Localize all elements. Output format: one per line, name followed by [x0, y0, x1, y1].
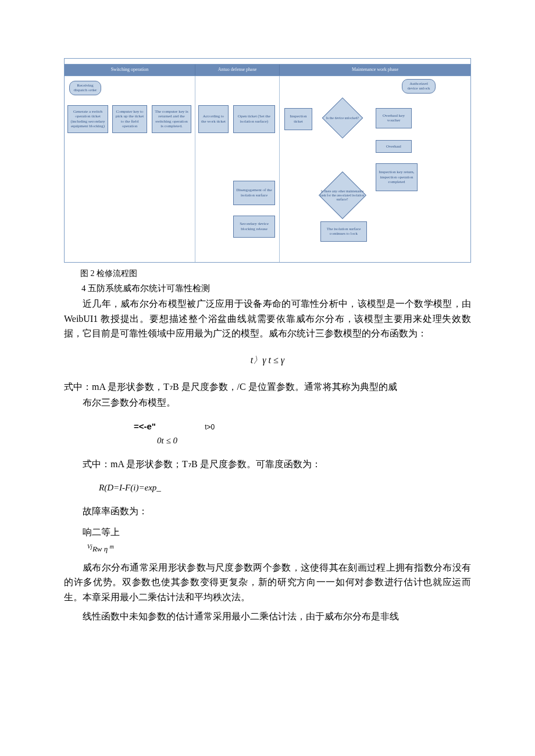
formula2-row2: 0t ≤ 0	[157, 433, 471, 447]
formula2-row1: =<-e"	[134, 421, 156, 431]
box-disengage: Disengagement of the isolation surface	[233, 181, 275, 205]
diagram-header-rows	[65, 59, 470, 65]
box-release: Secondary device blocking release	[233, 216, 275, 238]
paragraph-4: 故障率函数为：	[64, 504, 471, 519]
figure-caption: 图 2 检修流程图	[64, 267, 471, 280]
box-auth: Authorized device unlock	[402, 79, 436, 94]
box-returned: The computer key is returned and the swi…	[152, 105, 191, 133]
lane-switching: Receiving dispatch order Generate a swit…	[65, 76, 195, 262]
formula-1: t〉γ t ≤ γ	[64, 353, 471, 368]
formula-4: VjRw η m	[87, 542, 471, 556]
paragraph-2: 式中：mA 是形状参数，T₇B 是尺度参数，/C 是位置参数。通常将其称为典型的…	[64, 379, 471, 410]
box-open: Open ticket (Set the isolation surface)	[233, 105, 275, 133]
lane-antuo: According to the work ticket Open ticket…	[195, 76, 280, 262]
paragraph-6: 威布尔分布通常采用形状参数与尺度参数两个参数，这使得其在刻画过程上拥有指数分布没…	[64, 560, 471, 605]
diamond-unlocked: Is the device unlocked?	[322, 105, 363, 131]
phase-antuo: Antuo defense phase	[195, 65, 280, 76]
formula4-eta: η	[104, 544, 108, 553]
box-inspect: Inspection ticket	[284, 108, 312, 130]
formula4-m: m	[109, 543, 113, 550]
box-return: Inspection key return, inspection operat…	[376, 163, 418, 191]
formula-2: =<-e" t>0 0t ≤ 0	[134, 420, 471, 447]
box-pickup: Computer key to pick up the ticket to th…	[112, 105, 147, 133]
para2-line2: 布尔三参数分布模型。	[64, 395, 471, 410]
lane-maintenance: Authorized device unlock Inspection tick…	[280, 76, 470, 262]
box-overhaul: Overhaul	[376, 140, 412, 153]
box-receive: Receiving dispatch order	[69, 81, 101, 95]
paragraph-3: 式中：mA 是形状参数；T₇B 是尺度参数。可靠度函数为：	[64, 457, 471, 472]
paragraph-7: 线性函数中未知参数的估计通常采用最小二乘估计法，由于威布尔分布是非线	[64, 609, 471, 624]
paragraph-5: 响二等上	[64, 525, 471, 540]
diamond-anyother: Is there any other maintenance task for …	[315, 180, 370, 212]
lanes: Receiving dispatch order Generate a swit…	[65, 76, 470, 262]
box-voucher: Overhaul key voucher	[376, 108, 412, 128]
box-generate: Generate a switch operation ticket (incl…	[67, 105, 108, 133]
section-heading: 4 五防系统威布尔统计可靠性检测	[64, 281, 471, 295]
phase-switching: Switching operation	[65, 65, 195, 76]
paragraph-1: 近几年，威布尔分布模型被广泛应用于设备寿命的可靠性分析中，该模型是一个数学模型，…	[64, 296, 471, 341]
box-according: According to the work ticket	[198, 105, 229, 133]
para2-line1: 式中：mA 是形状参数，T₇B 是尺度参数，/C 是位置参数。通常将其称为典型的…	[64, 382, 397, 392]
formula-3: R(D=I-F(i)=exp_	[99, 481, 471, 495]
phase-header-row: Switching operation Antuo defense phase …	[65, 65, 470, 76]
formula2-t0: t>0	[205, 423, 215, 431]
box-continues: The isolation surface continues to lock	[320, 221, 367, 242]
phase-maintenance: Maintenance work phase	[280, 65, 470, 76]
flowchart-diagram: Switching operation Antuo defense phase …	[64, 58, 471, 263]
formula4-rw: Rw	[92, 544, 102, 553]
formula4-vj: Vj	[87, 543, 92, 550]
